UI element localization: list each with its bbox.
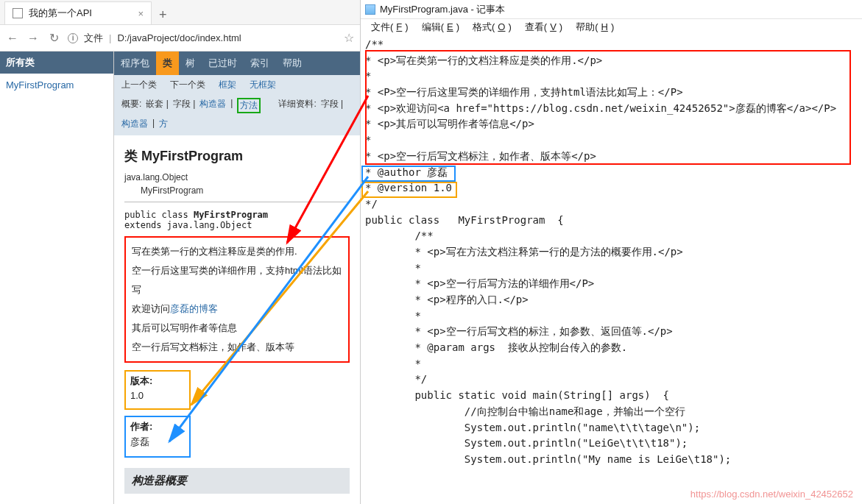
code-line: * <p>空一行后写文档标注，如作者、版本等</p> <box>365 149 858 165</box>
code-line: * <box>365 260 858 277</box>
ctor-link-2[interactable]: 构造器 <box>121 118 148 130</box>
code-line: * @param args 接收从控制台传入的参数. <box>365 340 858 356</box>
version-block: 版本: 1.0 <box>124 370 191 410</box>
nav-tree[interactable]: 树 <box>179 52 202 75</box>
version-value: 1.0 <box>130 390 185 401</box>
code-line: * @author 彦磊 <box>365 165 858 181</box>
sidebar-header: 所有类 <box>0 52 113 74</box>
class-title: 类 MyFirstProgram <box>124 147 350 165</box>
code-line: //向控制台中输出name和age，并输出一个空行 <box>365 404 858 420</box>
top-nav: 程序包 类 树 已过时 索引 帮助 <box>114 52 360 75</box>
code-line: public class MyFirstProgram { <box>365 213 858 229</box>
notepad-editor[interactable]: /*** <p>写在类第一行的文档注释应是类的作用.</p>** <P>空一行后… <box>361 35 862 504</box>
menu-help[interactable]: 帮助(H) <box>570 21 620 34</box>
description-box: 写在类第一行的文档注释应是类的作用. 空一行后这里写类的详细作用，支持html语… <box>124 236 350 363</box>
menu-file[interactable]: 文件(F) <box>365 21 414 34</box>
method-link-2[interactable]: 方 <box>159 118 168 130</box>
code-line: System.out.println("name\t\t\tage\n"); <box>365 420 858 436</box>
code-line: */ <box>365 372 858 388</box>
nav-class[interactable]: 类 <box>156 52 179 75</box>
browser-tab[interactable]: 我的第一个API × <box>4 1 152 24</box>
code-line: System.out.println("My name is LeiGe\t18… <box>365 452 858 468</box>
code-line: * <box>365 132 858 149</box>
nav-deprecated[interactable]: 已过时 <box>202 52 244 75</box>
blog-link[interactable]: 彦磊的博客 <box>170 303 218 314</box>
next-class[interactable]: 下一个类 <box>170 79 205 91</box>
summary-nav: 概要: 嵌套 | 字段 | 构造器 | 方法 详细资料: 字段 | 构造器 | … <box>114 95 360 135</box>
inheritance: java.lang.Object MyFirstProgram <box>124 171 350 197</box>
noframes-link[interactable]: 无框架 <box>250 79 276 91</box>
browser-window: 我的第一个API × + ← → ↻ i 文件 | D:/javaProject… <box>0 0 361 504</box>
info-icon[interactable]: i <box>68 33 78 43</box>
menu-view[interactable]: 查看(V) <box>519 21 568 34</box>
code-line: /** <box>365 37 858 53</box>
sidebar: 所有类 MyFirstProgram <box>0 52 114 504</box>
author-value: 彦磊 <box>130 436 185 449</box>
menu-format[interactable]: 格式(O) <box>467 21 517 34</box>
nav-index[interactable]: 索引 <box>244 52 276 75</box>
tab-bar: 我的第一个API × + <box>0 0 360 25</box>
code-line: * <box>365 308 858 324</box>
addr-url: D:/javaProject/doc/index.html <box>117 32 241 43</box>
code-line: * @version 1.0 <box>365 180 858 196</box>
sidebar-class-link[interactable]: MyFirstProgram <box>6 79 74 90</box>
code-line: * <p>其后可以写明作者等信息</p> <box>365 116 858 132</box>
code-line: * <p>空一行后写文档的标注，如参数、返回值等.</p> <box>365 324 858 340</box>
notepad-window: MyFirstProgram.java - 记事本 文件(F) 编辑(E) 格式… <box>361 0 862 504</box>
star-icon[interactable]: ☆ <box>344 31 354 45</box>
notepad-titlebar[interactable]: MyFirstProgram.java - 记事本 <box>361 0 862 19</box>
code-line: * <box>365 68 858 85</box>
constructor-summary-header: 构造器概要 <box>124 468 350 494</box>
ctor-link[interactable]: 构造器 <box>199 98 226 113</box>
frames-link[interactable]: 框架 <box>219 79 236 91</box>
menu-edit[interactable]: 编辑(E) <box>416 21 465 34</box>
nav-help[interactable]: 帮助 <box>276 52 308 75</box>
author-label: 作者: <box>130 420 185 433</box>
code-line: * <P>空一行后这里写类的详细作用，支持html语法比如写上：</P> <box>365 85 858 101</box>
prev-class[interactable]: 上一个类 <box>121 79 157 91</box>
code-line: * <box>365 356 858 372</box>
code-line: * <p>写在方法文档注释第一行的是方法的概要作用.</p> <box>365 244 858 260</box>
notepad-title: MyFirstProgram.java - 记事本 <box>380 3 505 16</box>
declaration: public class MyFirstProgram extends java… <box>124 210 350 230</box>
nav-package[interactable]: 程序包 <box>114 52 156 75</box>
code-line: */ <box>365 196 858 213</box>
close-icon[interactable]: × <box>138 8 144 19</box>
version-label: 版本: <box>130 375 185 388</box>
code-line: * <p>欢迎访问<a href="https://blog.csdn.net/… <box>365 101 858 117</box>
code-line: * <p>空一行后写方法的详细作用</P> <box>365 276 858 292</box>
code-line: * <p>写在类第一行的文档注释应是类的作用.</p> <box>365 53 858 69</box>
javadoc-frame: 所有类 MyFirstProgram 程序包 类 树 已过时 索引 帮助 上一个… <box>0 52 360 504</box>
back-icon[interactable]: ← <box>6 32 19 45</box>
divider <box>124 202 350 202</box>
sub-nav: 上一个类 下一个类 框架 无框架 <box>114 75 360 95</box>
url-field[interactable]: i 文件 | D:/javaProject/doc/index.html <box>68 32 336 45</box>
main-doc: 程序包 类 树 已过时 索引 帮助 上一个类 下一个类 框架 无框架 概要: 嵌… <box>114 52 360 504</box>
author-block: 作者: 彦磊 <box>124 416 191 458</box>
reload-icon[interactable]: ↻ <box>47 31 60 45</box>
forward-icon[interactable]: → <box>27 32 40 45</box>
watermark: https://blog.csdn.net/weixin_42452652 <box>690 489 853 500</box>
code-line: public static void main(String[] args) { <box>365 388 858 404</box>
code-line: System.out.println("LeiGe\t\t\t18"); <box>365 436 858 452</box>
page-icon <box>13 8 23 18</box>
addr-label: 文件 <box>84 32 103 45</box>
doc-content: 类 MyFirstProgram java.lang.Object MyFirs… <box>114 135 360 504</box>
address-bar: ← → ↻ i 文件 | D:/javaProject/doc/index.ht… <box>0 25 360 52</box>
notepad-icon <box>365 4 375 15</box>
notepad-menu: 文件(F) 编辑(E) 格式(O) 查看(V) 帮助(H) <box>361 19 862 35</box>
method-link[interactable]: 方法 <box>237 98 261 113</box>
code-line: * <p>程序的入口.</p> <box>365 292 858 308</box>
new-tab-button[interactable]: + <box>152 5 174 24</box>
tab-title: 我的第一个API <box>29 7 92 20</box>
code-line: /** <box>365 228 858 244</box>
